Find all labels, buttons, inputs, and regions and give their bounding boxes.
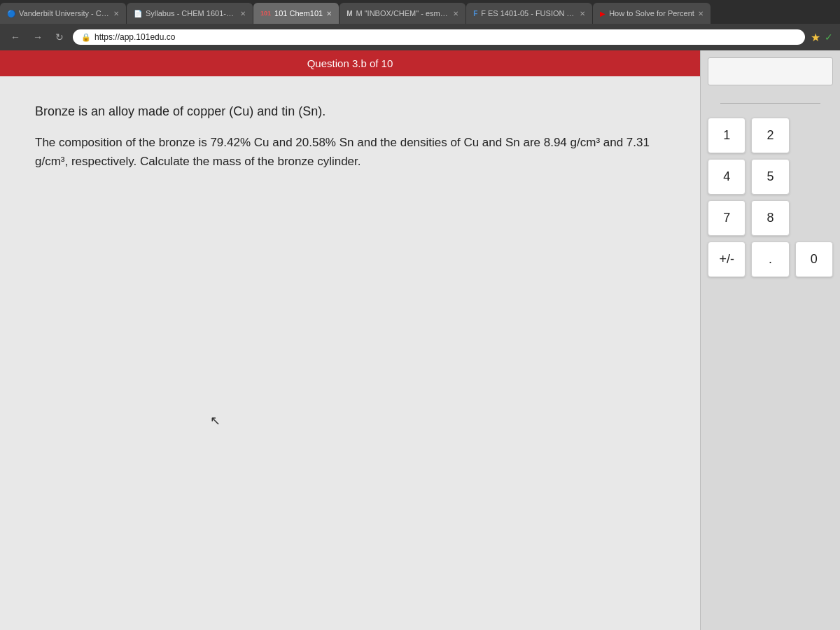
calculator-display [708, 57, 833, 85]
main-content: Question 3.b of 10 Bronze is an alloy ma… [0, 50, 840, 630]
calc-btn-1[interactable]: 1 [708, 118, 746, 153]
tab-vanderbilt[interactable]: 🔵 Vanderbilt University - Calc ✕ [0, 3, 126, 24]
calc-btn-8[interactable]: 8 [751, 200, 789, 236]
browser-chrome: 🔵 Vanderbilt University - Calc ✕ 📄 Sylla… [0, 0, 840, 50]
tab-inbox-label: M "INBOX/CHEM" - esmat.has [356, 9, 449, 18]
tab-syllabus-icon: 📄 [134, 10, 142, 18]
question-header: Question 3.b of 10 [0, 50, 700, 76]
tab-bar: 🔵 Vanderbilt University - Calc ✕ 📄 Sylla… [0, 0, 840, 24]
lock-icon: 🔒 [81, 33, 91, 42]
calc-btn-0[interactable]: 0 [795, 241, 833, 277]
tab-fusion-close[interactable]: ✕ [580, 10, 585, 18]
address-bar-actions: ★ ✓ [811, 31, 833, 44]
question-text: The composition of the bronze is 79.42% … [35, 133, 665, 171]
calc-btn-dot[interactable]: . [751, 241, 789, 277]
bookmark-star-icon[interactable]: ★ [811, 31, 820, 44]
tab-howto-close[interactable]: ✕ [698, 10, 704, 18]
tab-inbox-icon: M [346, 10, 352, 18]
tab-howto[interactable]: ▶ How to Solve for Percent ✕ [593, 3, 710, 24]
reload-button[interactable]: ↻ [52, 30, 67, 44]
forward-button[interactable]: → [29, 30, 46, 44]
tab-vanderbilt-label: Vanderbilt University - Calc [19, 9, 110, 18]
back-button[interactable]: ← [7, 30, 24, 44]
tab-fusion-label: F ES 1401-05 - FUSION TEAM [481, 9, 576, 18]
calc-btn-plusminus[interactable]: +/- [708, 241, 746, 277]
question-body: Bronze is an alloy made of copper (Cu) a… [0, 76, 700, 630]
question-intro: Bronze is an alloy made of copper (Cu) a… [35, 104, 665, 119]
tab-syllabus[interactable]: 📄 Syllabus - CHEM 1601-21-S ✕ [127, 3, 253, 24]
calc-btn-2[interactable]: 2 [751, 118, 789, 153]
question-header-text: Question 3.b of 10 [307, 57, 393, 69]
question-area: Question 3.b of 10 Bronze is an alloy ma… [0, 50, 700, 630]
tab-vanderbilt-close[interactable]: ✕ [113, 10, 119, 18]
address-bar[interactable]: 🔒 https://app.101edu.co [73, 29, 805, 45]
tab-chem101[interactable]: 101 101 Chem101 ✕ [253, 3, 339, 24]
tab-fusion[interactable]: F F ES 1401-05 - FUSION TEAM ✕ [466, 3, 592, 24]
tab-syllabus-close[interactable]: ✕ [240, 10, 246, 18]
calculator-grid: 1 2 3 4 5 6 7 8 9 +/- . 0 [708, 118, 833, 277]
tab-syllabus-label: Syllabus - CHEM 1601-21-S [146, 9, 237, 18]
tab-howto-label: How to Solve for Percent [609, 9, 694, 18]
tab-fusion-icon: F [473, 10, 477, 18]
tab-chem101-label: 101 Chem101 [274, 9, 323, 18]
calc-btn-7[interactable]: 7 [708, 200, 746, 236]
url-text: https://app.101edu.co [94, 32, 175, 42]
check-icon: ✓ [825, 31, 833, 43]
tab-howto-icon: ▶ [600, 10, 606, 18]
tab-inbox-close[interactable]: ✕ [453, 10, 458, 18]
calc-btn-4[interactable]: 4 [708, 159, 746, 195]
calc-btn-5[interactable]: 5 [751, 159, 789, 195]
address-bar-row: ← → ↻ 🔒 https://app.101edu.co ★ ✓ [0, 24, 840, 50]
tab-chem101-close[interactable]: ✕ [326, 10, 332, 18]
right-panel: 1 2 3 4 5 6 7 8 9 +/- . 0 [700, 50, 840, 630]
tab-vanderbilt-icon: 🔵 [7, 10, 15, 18]
tab-inbox[interactable]: M M "INBOX/CHEM" - esmat.has ✕ [340, 3, 465, 24]
tab-chem101-icon: 101 [260, 10, 271, 17]
calc-divider [720, 103, 820, 104]
